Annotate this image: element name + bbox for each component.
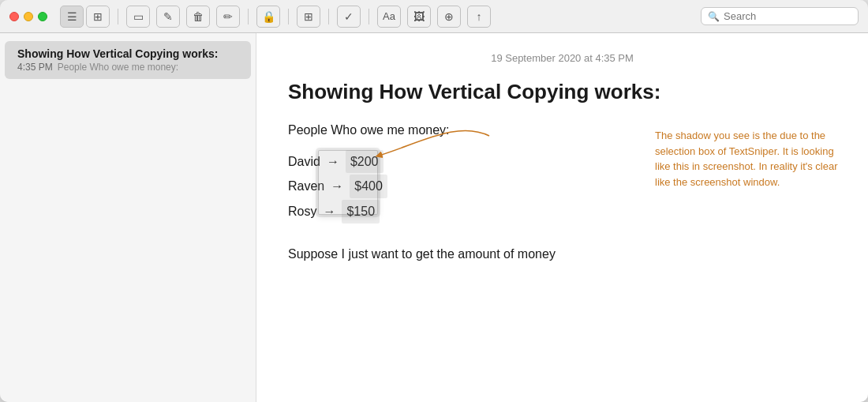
traffic-lights (9, 12, 47, 21)
panel-icon: ▭ (133, 10, 144, 23)
compose-button[interactable]: ✎ (156, 6, 180, 28)
image-button[interactable]: 🖼 (407, 6, 431, 28)
separator-1 (118, 9, 118, 24)
edit-icon: ✏ (223, 10, 233, 23)
row-amount-1: $200 (346, 150, 383, 174)
collaborate-icon: ⊕ (444, 10, 454, 23)
format-icon: Aa (383, 10, 395, 22)
table-button[interactable]: ⊞ (297, 6, 320, 28)
grid-view-button[interactable]: ⊞ (86, 6, 110, 28)
sidebar-note-item[interactable]: Showing How Vertical Copying works: 4:35… (5, 41, 251, 79)
sidebar-panel-button[interactable]: ▭ (126, 6, 150, 28)
trash-icon: 🗑 (193, 10, 204, 23)
close-button[interactable] (9, 12, 19, 21)
view-controls: ☰ ⊞ (60, 6, 110, 28)
note-table: David → $200 Raven → $400 Rosy → $150 (288, 150, 387, 225)
suppose-text: Suppose I just want to get the amount of… (288, 244, 836, 265)
list-view-button[interactable]: ☰ (60, 6, 84, 28)
share-icon: ↑ (477, 10, 482, 23)
collaborate-button[interactable]: ⊕ (437, 6, 461, 28)
lock-button[interactable]: 🔒 (256, 6, 280, 28)
titlebar: ☰ ⊞ ▭ ✎ 🗑 ✏ 🔒 ⊞ ✓ Aa 🖼 ⊕ ↑ (0, 0, 868, 33)
format-button[interactable]: Aa (377, 6, 401, 28)
separator-4 (328, 9, 329, 24)
annotation-text: The shadow you see is the due to the sel… (655, 128, 844, 190)
sidebar: Showing How Vertical Copying works: 4:35… (0, 33, 256, 402)
table-row: Rosy → $150 (288, 200, 387, 224)
row-name-2: Raven (288, 176, 324, 197)
search-input[interactable] (724, 10, 851, 22)
row-name-1: David (288, 152, 320, 172)
grid-icon: ⊞ (93, 10, 103, 23)
row-amount-2: $400 (350, 175, 387, 198)
note-title: Showing How Vertical Copying works: (288, 80, 836, 104)
separator-2 (248, 9, 249, 24)
note-item-time: 4:35 PM (17, 62, 53, 73)
row-arrow-3: → (323, 201, 335, 222)
delete-button[interactable]: 🗑 (186, 6, 210, 28)
list-icon: ☰ (67, 10, 77, 23)
note-item-preview: People Who owe me money: (58, 62, 178, 73)
table-icon: ⊞ (304, 10, 313, 23)
lock-icon: 🔒 (262, 10, 275, 23)
table-row: David → $200 (288, 150, 387, 174)
checklist-button[interactable]: ✓ (337, 6, 361, 28)
search-icon: 🔍 (708, 11, 720, 22)
note-item-meta: 4:35 PM People Who owe me money: (17, 62, 238, 73)
separator-5 (369, 9, 369, 24)
maximize-button[interactable] (38, 12, 47, 21)
note-item-title: Showing How Vertical Copying works: (17, 47, 238, 60)
check-icon: ✓ (344, 10, 354, 23)
main-layout: Showing How Vertical Copying works: 4:35… (0, 33, 868, 402)
row-arrow-1: → (327, 152, 339, 172)
row-name-3: Rosy (288, 201, 316, 222)
annotation: The shadow you see is the due to the sel… (655, 128, 844, 190)
note-content: 19 September 2020 at 4:35 PM Showing How… (256, 33, 868, 402)
edit-note-button[interactable]: ✏ (216, 6, 240, 28)
note-date: 19 September 2020 at 4:35 PM (288, 52, 836, 64)
note-table-area: David → $200 Raven → $400 Rosy → $150 (288, 150, 387, 225)
separator-3 (288, 9, 289, 24)
share-button[interactable]: ↑ (467, 6, 491, 28)
search-box[interactable]: 🔍 (701, 7, 859, 25)
table-row: Raven → $400 (288, 175, 387, 198)
image-icon: 🖼 (413, 10, 425, 23)
compose-icon: ✎ (163, 10, 173, 23)
row-amount-3: $150 (342, 200, 380, 224)
row-arrow-2: → (331, 176, 343, 197)
minimize-button[interactable] (24, 12, 33, 21)
